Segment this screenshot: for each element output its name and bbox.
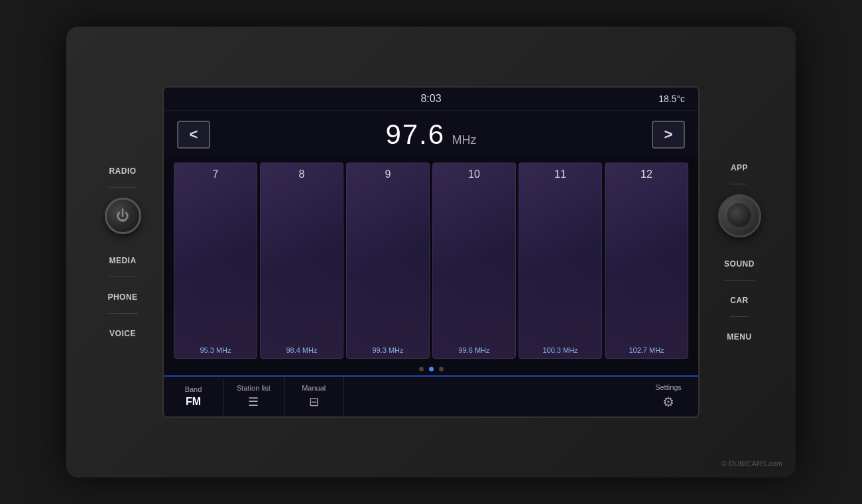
settings-button[interactable]: Settings ⚙ [639, 377, 698, 416]
sound-button[interactable]: SOUND [717, 247, 761, 281]
station-list-icon: ☰ [248, 395, 259, 409]
page-dot-3[interactable] [439, 367, 444, 371]
car-infotainment-unit: RADIO ⏻ MEDIA PHONE VOICE 8:03 18.5°c < … [66, 27, 796, 477]
manual-label: Manual [302, 384, 326, 392]
preset-number-10: 10 [468, 168, 480, 180]
temperature-display: 18.5°c [658, 94, 685, 104]
radio-button[interactable]: RADIO [102, 155, 143, 188]
preset-freq-11: 100.3 MHz [542, 346, 578, 354]
preset-freq-12: 102.7 MHz [629, 346, 664, 354]
band-label: Band [185, 385, 202, 393]
preset-number-12: 12 [641, 168, 652, 180]
preset-freq-9: 99.3 MHz [372, 346, 403, 354]
preset-9[interactable]: 9 99.3 MHz [346, 162, 430, 359]
clock-display: 8:03 [420, 93, 441, 105]
preset-number-8: 8 [299, 168, 305, 180]
right-panel: APP SOUND CAR MENU [700, 151, 779, 353]
power-knob[interactable]: ⏻ [105, 198, 141, 234]
preset-number-9: 9 [385, 168, 391, 180]
page-dot-1[interactable] [419, 367, 424, 371]
preset-number-11: 11 [554, 168, 566, 180]
car-button[interactable]: CAR [723, 284, 755, 317]
preset-freq-10: 99.6 MHz [458, 346, 489, 354]
band-value: FM [186, 396, 201, 408]
frequency-value: 97.6 [385, 119, 445, 150]
settings-icon: ⚙ [662, 394, 674, 410]
preset-grid: 7 95.3 MHz 8 98.4 MHz 9 99.3 MHz 10 99.6… [164, 158, 698, 363]
watermark: © DUBICARS.com [721, 460, 782, 468]
left-panel: RADIO ⏻ MEDIA PHONE VOICE [83, 155, 162, 350]
manual-icon: ⊟ [309, 395, 319, 409]
frequency-unit: MHz [452, 133, 477, 147]
preset-11[interactable]: 11 100.3 MHz [519, 162, 602, 359]
menu-button[interactable]: MENU [720, 320, 758, 353]
manual-button[interactable]: Manual ⊟ [284, 377, 344, 416]
volume-knob[interactable] [718, 194, 761, 237]
preset-freq-7: 95.3 MHz [200, 346, 231, 354]
preset-freq-8: 98.4 MHz [286, 346, 317, 354]
preset-8[interactable]: 8 98.4 MHz [260, 162, 343, 359]
preset-7[interactable]: 7 95.3 MHz [174, 162, 257, 359]
page-dot-2[interactable] [429, 367, 434, 371]
station-list-button[interactable]: Station list ☰ [223, 377, 284, 416]
pagination-dots [164, 363, 698, 375]
app-button[interactable]: APP [724, 151, 755, 184]
phone-button[interactable]: PHONE [101, 281, 144, 314]
preset-10[interactable]: 10 99.6 MHz [432, 162, 516, 359]
knob-inner [727, 203, 752, 228]
station-list-label: Station list [237, 384, 271, 392]
frequency-display: 97.6 MHz [385, 119, 476, 151]
band-button[interactable]: Band FM [164, 379, 223, 414]
voice-button[interactable]: VOICE [103, 317, 143, 350]
screen-header: 8:03 18.5°c [164, 88, 698, 111]
power-icon: ⏻ [116, 208, 129, 223]
bottom-bar: Band FM Station list ☰ Manual ⊟ Settings… [164, 375, 698, 416]
frequency-bar: < 97.6 MHz > [164, 111, 698, 158]
preset-12[interactable]: 12 102.7 MHz [605, 162, 688, 359]
prev-station-button[interactable]: < [177, 121, 210, 149]
settings-label: Settings [655, 383, 682, 391]
next-station-button[interactable]: > [652, 121, 685, 149]
preset-number-7: 7 [213, 168, 219, 180]
infotainment-screen: 8:03 18.5°c < 97.6 MHz > 7 95.3 MHz 8 98… [162, 86, 700, 418]
media-button[interactable]: MEDIA [102, 244, 143, 277]
